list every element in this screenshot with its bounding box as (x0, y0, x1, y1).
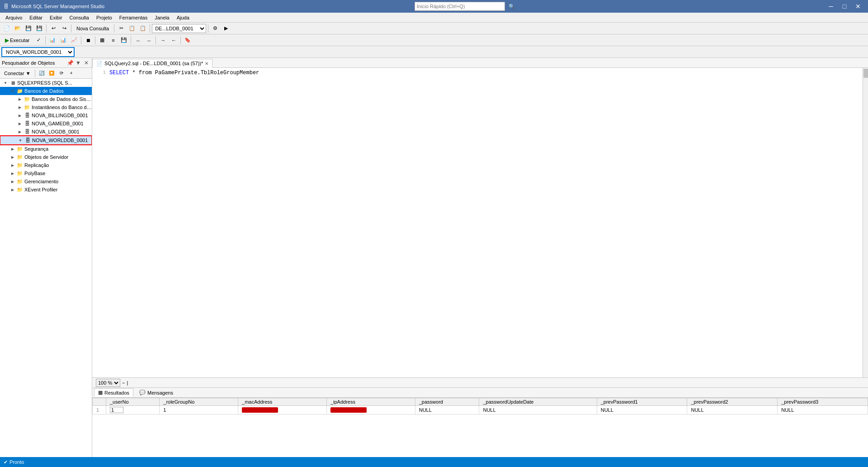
minimize-button[interactable]: ─ (825, 0, 837, 13)
logdb-expander[interactable]: ▶ (16, 128, 24, 135)
results-to-file-button[interactable]: 💾 (119, 35, 129, 45)
quick-search-input[interactable] (415, 2, 505, 11)
billing-expander[interactable]: ▶ (16, 112, 24, 119)
tab-close-button[interactable]: ✕ (205, 61, 208, 66)
restore-button[interactable]: □ (838, 0, 851, 13)
paste-button[interactable]: 📋 (138, 24, 148, 33)
tree-gamedb[interactable]: ▶ 🗄 NOVA_GAMEDB_0001 (0, 119, 92, 128)
oe-menu-button[interactable]: ▼ (75, 59, 82, 67)
tree-server-objects[interactable]: ▶ 📁 Objetos de Servidor (0, 153, 92, 161)
server-expander[interactable]: ▼ (2, 79, 9, 86)
cell-userNo[interactable] (106, 406, 160, 415)
management-icon: 📁 (16, 178, 24, 185)
redo-button[interactable]: ↪ (59, 24, 69, 33)
stop-button[interactable]: ⏹ (83, 35, 93, 45)
cut-button[interactable]: ✂ (116, 24, 126, 33)
oe-filter-button[interactable]: 🔽 (47, 69, 56, 77)
bancos-expander[interactable]: ▼ (9, 87, 16, 95)
results-to-text-button[interactable]: ≡ (108, 35, 118, 45)
sys-banks-expander[interactable]: ▶ (16, 95, 24, 103)
database-selector[interactable]: NOVA_WORLDDB_0001 (2, 48, 74, 57)
copy-button[interactable]: 📋 (127, 24, 137, 33)
object-explorer: Pesquisador de Objetos 📌 ▼ ✕ Conectar ▼ … (0, 58, 92, 467)
execute-label: Executar (10, 38, 29, 43)
show-plan-button[interactable]: 📊 (58, 35, 68, 45)
open-file-button[interactable]: 📂 (13, 24, 23, 33)
menu-exibir[interactable]: Exibir (46, 14, 66, 21)
indent-button[interactable]: → (158, 35, 168, 45)
oe-refresh-button[interactable]: 🔄 (37, 69, 46, 77)
sql-star: * (132, 70, 138, 76)
db-toolbar: NOVA_WORLDDB_0001 (0, 46, 868, 58)
menu-ajuda[interactable]: Ajuda (173, 14, 193, 21)
close-button[interactable]: ✕ (852, 0, 864, 13)
polybase-expander[interactable]: ▶ (9, 170, 16, 177)
results-table: _userNo _roleGroupNo _macAddress _ipAddr… (92, 398, 868, 415)
scrollbar-thumb[interactable] (863, 69, 868, 78)
worlddb-expander[interactable]: ▼ (17, 137, 24, 144)
save-button[interactable]: 💾 (24, 24, 33, 33)
include-actual-button[interactable]: 📊 (47, 35, 57, 45)
menu-consulta[interactable]: Consulta (66, 14, 93, 21)
tree-replication[interactable]: ▶ 📁 Replicação (0, 161, 92, 169)
debug-button[interactable]: ▶ (221, 24, 231, 33)
tree-billing[interactable]: ▶ 🗄 NOVA_BILLINGDB_0001 (0, 111, 92, 119)
menu-arquivo[interactable]: Arquivo (2, 14, 26, 21)
menu-editar[interactable]: Editar (26, 14, 46, 21)
server-icon: 🖥 (9, 79, 16, 86)
toggle-bookmark-button[interactable]: 🔖 (183, 35, 193, 45)
save-all-button[interactable]: 💾 (34, 24, 44, 33)
logdb-label: NOVA_LOGDB_0001 (32, 129, 92, 134)
cell-userNo-input[interactable] (110, 407, 123, 413)
oe-pin-button[interactable]: 📌 (66, 59, 74, 67)
tree-polybase[interactable]: ▶ 📁 PolyBase (0, 169, 92, 177)
tree-logdb[interactable]: ▶ 🗄 NOVA_LOGDB_0001 (0, 128, 92, 136)
search-icon[interactable]: 🔍 (509, 4, 515, 10)
parse-button[interactable]: ✓ (33, 35, 43, 45)
undo-button[interactable]: ↩ (48, 24, 58, 33)
execute-button[interactable]: ▶ Executar (2, 35, 33, 45)
oe-sync-button[interactable]: ⟳ (57, 69, 66, 77)
results-to-grid-button[interactable]: ▦ (97, 35, 107, 45)
title-controls: ─ □ ✕ (825, 0, 864, 13)
tree-server-root[interactable]: ▼ 🖥 SQLEXPRESS (SQL S... (0, 79, 92, 87)
security-expander[interactable]: ▶ (9, 145, 16, 152)
management-expander[interactable]: ▶ (9, 178, 16, 185)
tree-bancos-root[interactable]: ▼ 📁 Bancos de Dados (0, 87, 92, 95)
zoom-selector[interactable]: 100 % (96, 379, 120, 387)
messages-tab[interactable]: 💬 Mensagens (135, 388, 177, 397)
zoom-decrease-button[interactable]: − (122, 380, 125, 386)
cell-roleGroupNo[interactable]: 1 (160, 406, 238, 415)
tree-xevent[interactable]: ▶ 📁 XEvent Profiler (0, 186, 92, 194)
menu-ferramentas[interactable]: Ferramentas (116, 14, 151, 21)
comment-button[interactable]: -- (133, 35, 143, 45)
properties-button[interactable]: ⚙ (210, 24, 220, 33)
connection-selector[interactable]: DE...LDDB_0001 (152, 24, 206, 33)
new-query-button[interactable]: Nova Consulta (73, 24, 112, 33)
vertical-scrollbar[interactable] (863, 68, 868, 377)
oe-close-button[interactable]: ✕ (83, 59, 90, 67)
sql-query-tab[interactable]: 📄 SQLQuery2.sql - DE...LDDB_0001 (sa (57… (92, 59, 212, 68)
menu-projeto[interactable]: Projeto (93, 14, 116, 21)
tree-management[interactable]: ▶ 📁 Gerenciamento (0, 177, 92, 186)
menu-janela[interactable]: Janela (151, 14, 173, 21)
security-label: Segurança (24, 146, 92, 152)
xevent-expander[interactable]: ▶ (9, 186, 16, 193)
tree-worlddb[interactable]: ▼ 🗄 NOVA_WORLDDB_0001 (0, 136, 92, 145)
replication-expander[interactable]: ▶ (9, 162, 16, 169)
instant-expander[interactable]: ▶ (16, 104, 24, 111)
unindent-button[interactable]: ← (169, 35, 179, 45)
gamedb-expander[interactable]: ▶ (16, 120, 24, 127)
tree-instant[interactable]: ▶ 📁 Instantâneos do Banco de Dado... (0, 103, 92, 111)
client-stats-button[interactable]: 📈 (69, 35, 79, 45)
oe-expand-button[interactable]: + (67, 69, 76, 77)
server-objects-expander[interactable]: ▶ (9, 153, 16, 161)
tree-sys-banks[interactable]: ▶ 📁 Bancos de Dados do Sistema (0, 95, 92, 103)
tree-security[interactable]: ▶ 📁 Segurança (0, 145, 92, 153)
results-tab[interactable]: ▦ Resultados (94, 388, 133, 397)
new-file-button[interactable]: 📄 (2, 24, 12, 33)
uncomment-button[interactable]: -- (144, 35, 154, 45)
oe-connect-button[interactable]: Conectar ▼ (2, 69, 33, 77)
cell-password: NULL (415, 406, 479, 415)
sql-editor[interactable]: 1 SELECT * from PaGamePrivate.TblRoleGro… (92, 68, 863, 377)
